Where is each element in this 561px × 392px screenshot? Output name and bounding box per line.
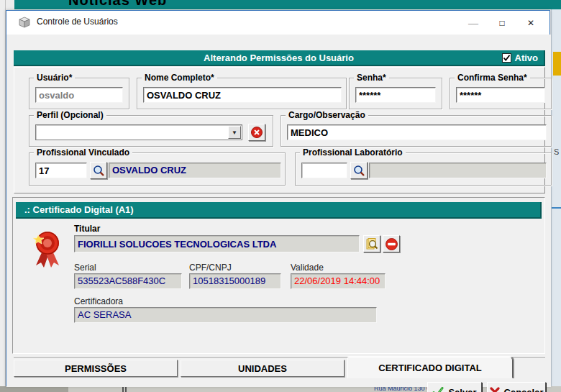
buscar-profissional-laboratorio-button[interactable] [350,162,368,179]
cpf-cnpj-field: 10518315000189 [189,273,281,289]
ativo-label: Ativo [515,53,539,63]
titular-label: Titular [74,224,100,234]
certificado-digital-panel: .: Certificado Digital (A1) Titular FIOR… [12,197,545,354]
window-titlebar[interactable]: Controle de Usuários — □ ✕ [6,11,549,35]
cpf-cnpj-label: CPF/CNPJ [189,263,232,273]
magnifier-icon [353,165,365,177]
group-perfil: Perfil (Opcional) ▼ [29,115,273,147]
background-right-panel: S [551,9,561,386]
background-divider-line [552,207,561,209]
profissional-laboratorio-label: Profissional Laboratório [300,147,406,158]
usuario-label: Usuário* [34,73,75,83]
remove-block-icon [386,238,398,250]
profissional-vinculado-nome-field: OSVALDO CRUZ [109,163,281,178]
group-nome-completo: Nome Completo* [137,78,347,109]
magnifier-icon [93,165,105,177]
validade-label: Validade [291,263,324,273]
form-header-title: Alterando Permissões do Usuário [14,53,544,63]
senha-input[interactable] [355,87,436,103]
dialog-client-area: Alterando Permissões do Usuário Ativo Us… [6,35,551,387]
group-profissional-vinculado: Profissional Vinculado OSVALDO CRUZ [29,152,286,186]
confirma-senha-label: Confirma Senha* [455,73,530,83]
background-app-titlebar: Notícias Web [14,0,561,9]
check-icon [503,54,511,62]
profissional-laboratorio-codigo-input[interactable] [301,163,347,178]
form-header-bar: Alterando Permissões do Usuário Ativo [14,50,545,66]
salvar-button[interactable]: Salvar [427,382,482,392]
chevron-down-icon[interactable]: ▼ [228,126,241,139]
profissional-vinculado-codigo-input[interactable] [35,163,87,178]
group-usuario: Usuário* [29,78,129,109]
group-senha: Senha* [349,78,442,109]
certificadora-field: AC SERASA [74,307,377,323]
close-button[interactable]: ✕ [516,11,545,35]
perfil-label: Perfil (Opcional) [34,110,106,120]
ativo-control: Ativo [502,53,539,63]
window-title: Controle de Usuários [37,17,118,27]
usuario-input[interactable] [35,87,123,103]
nome-completo-input[interactable] [143,87,342,103]
nome-completo-label: Nome Completo* [142,73,217,83]
senha-label: Senha* [354,73,389,83]
red-x-circle-icon [251,127,263,138]
certificadora-label: Certificadora [74,296,123,306]
app-icon [19,17,30,28]
certificado-section-title: .: Certificado Digital (A1) [16,204,134,215]
background-statusbar-segment [0,386,68,392]
ativo-checkbox[interactable] [502,53,511,63]
background-banner-text: Notícias Web [68,0,167,9]
maximize-button[interactable]: □ [488,11,516,35]
certificado-section-header: .: Certificado Digital (A1) [16,202,542,219]
background-statusbar-ticks [122,386,127,392]
window-controls: — □ ✕ [459,11,545,35]
red-x-icon [490,387,500,392]
group-cargo: Cargo/Observação [280,115,552,147]
perfil-combobox[interactable]: ▼ [35,124,242,140]
tab-permissoes[interactable]: PERMISSÕES [14,360,178,377]
background-letter: S [554,147,559,156]
buscar-profissional-vinculado-button[interactable] [90,162,107,179]
profissional-vinculado-label: Profissional Vinculado [34,147,132,158]
minimize-button[interactable]: — [459,11,488,35]
cargo-label: Cargo/Observação [286,110,368,120]
tab-unidades[interactable]: UNIDADES [181,360,345,377]
confirma-senha-input[interactable] [456,87,545,103]
group-confirma-senha: Confirma Senha* [450,78,552,109]
cargo-input[interactable] [287,124,547,140]
certificate-ribbon-icon [29,229,66,268]
tab-certificado-digital[interactable]: CERTIFICADO DIGITAL [347,357,513,378]
background-gold-block [553,52,561,76]
search-certificate-icon [365,237,378,250]
user-fields-panel: Usuário* Nome Completo* Senha* Confirma … [14,67,545,193]
remover-certificado-button[interactable] [383,235,400,252]
cancelar-button[interactable]: Cancelar [487,382,546,392]
titular-field: FIORILLI SOLUCOES TECNOLOGICAS LTDA [74,235,360,252]
background-left-strip [0,0,6,392]
green-check-icon [432,387,444,392]
profissional-laboratorio-nome-field [369,163,547,178]
desktop-background: Notícias Web S Rua Mauricio 130 Centro P… [0,0,561,392]
serial-field: 535523AC588F430C [74,273,182,289]
clear-perfil-button[interactable] [248,124,265,141]
group-profissional-laboratorio: Profissional Laboratório [295,152,552,186]
procurar-certificado-button[interactable] [363,235,380,252]
validade-field: 22/06/2019 14:44:00 [291,273,386,289]
controle-usuarios-window: Controle de Usuários — □ ✕ Alterando Per… [6,10,550,386]
serial-label: Serial [74,263,96,273]
